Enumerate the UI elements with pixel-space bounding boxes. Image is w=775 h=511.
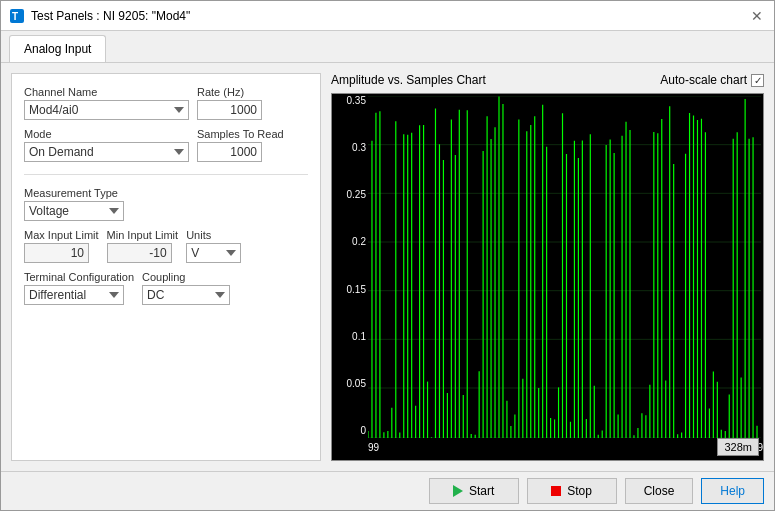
y-label-0: 0.35 [334,96,366,106]
left-panel: Channel Name Mod4/ai0 Rate (Hz) Mode On … [11,73,321,461]
channel-name-group: Channel Name Mod4/ai0 [24,86,189,120]
stop-button[interactable]: Stop [527,478,617,504]
autoscale-checkbox[interactable]: ✓ [751,74,764,87]
rate-input[interactable] [197,100,262,120]
x-label-start: 99 [368,442,379,453]
units-group: Units V [186,229,241,263]
title-bar-left: T Test Panels : NI 9205: "Mod4" [9,8,190,24]
min-input-group: Min Input Limit [107,229,179,263]
main-window: T Test Panels : NI 9205: "Mod4" ✕ Analog… [0,0,775,511]
coupling-select[interactable]: DC [142,285,230,305]
samples-group: Samples To Read [197,128,284,162]
mode-select[interactable]: On Demand [24,142,189,162]
samples-input[interactable] [197,142,262,162]
min-input-label: Min Input Limit [107,229,179,241]
right-panel: Amplitude vs. Samples Chart Auto-scale c… [331,73,764,461]
min-input-field[interactable] [107,243,172,263]
y-label-2: 0.25 [334,190,366,200]
chart-header: Amplitude vs. Samples Chart Auto-scale c… [331,73,764,87]
app-icon: T [9,8,25,24]
value-display: 328m [717,438,759,456]
measurement-type-select[interactable]: Voltage [24,201,124,221]
stop-label: Stop [567,484,592,498]
channel-rate-row: Channel Name Mod4/ai0 Rate (Hz) [24,86,308,120]
window-title: Test Panels : NI 9205: "Mod4" [31,9,190,23]
y-label-6: 0.05 [334,379,366,389]
stop-icon [551,486,561,496]
units-label: Units [186,229,241,241]
y-label-7: 0 [334,426,366,436]
max-input-group: Max Input Limit [24,229,99,263]
tab-analog-input[interactable]: Analog Input [9,35,106,62]
autoscale-label: Auto-scale chart [660,73,747,87]
terminal-config-label: Terminal Configuration [24,271,134,283]
svg-text:T: T [12,11,18,22]
terminal-config-select[interactable]: Differential [24,285,124,305]
measurement-type-group: Measurement Type Voltage [24,187,308,221]
close-window-button[interactable]: ✕ [748,7,766,25]
tab-bar: Analog Input [1,31,774,63]
rate-label: Rate (Hz) [197,86,262,98]
terminal-config-group: Terminal Configuration Differential [24,271,134,305]
y-label-4: 0.15 [334,285,366,295]
start-button[interactable]: Start [429,478,519,504]
x-axis: 99 199 [368,440,763,460]
units-select[interactable]: V [186,243,241,263]
y-label-1: 0.3 [334,143,366,153]
start-label: Start [469,484,494,498]
terminal-coupling-row: Terminal Configuration Differential Coup… [24,271,308,305]
y-label-5: 0.1 [334,332,366,342]
measurement-type-label: Measurement Type [24,187,308,199]
y-axis: 0.35 0.3 0.25 0.2 0.15 0.1 0.05 0 [332,94,368,438]
chart-plot-area [368,96,761,438]
channel-name-label: Channel Name [24,86,189,98]
divider-1 [24,174,308,175]
chart-title: Amplitude vs. Samples Chart [331,73,486,87]
limits-row: Max Input Limit Min Input Limit Units V [24,229,308,263]
chart-svg [368,96,761,438]
y-label-3: 0.2 [334,237,366,247]
autoscale-row: Auto-scale chart ✓ [660,73,764,87]
play-icon [453,485,463,497]
samples-label: Samples To Read [197,128,284,140]
close-button[interactable]: Close [625,478,694,504]
help-button[interactable]: Help [701,478,764,504]
mode-group: Mode On Demand [24,128,189,162]
channel-name-select[interactable]: Mod4/ai0 [24,100,189,120]
mode-label: Mode [24,128,189,140]
bottom-bar: Start Stop Close Help [1,471,774,510]
title-bar: T Test Panels : NI 9205: "Mod4" ✕ [1,1,774,31]
chart-container: 0.35 0.3 0.25 0.2 0.15 0.1 0.05 0 [331,93,764,461]
content-area: Channel Name Mod4/ai0 Rate (Hz) Mode On … [1,63,774,471]
mode-samples-row: Mode On Demand Samples To Read [24,128,308,162]
max-input-label: Max Input Limit [24,229,99,241]
coupling-group: Coupling DC [142,271,230,305]
rate-group: Rate (Hz) [197,86,262,120]
coupling-label: Coupling [142,271,230,283]
max-input-field[interactable] [24,243,89,263]
